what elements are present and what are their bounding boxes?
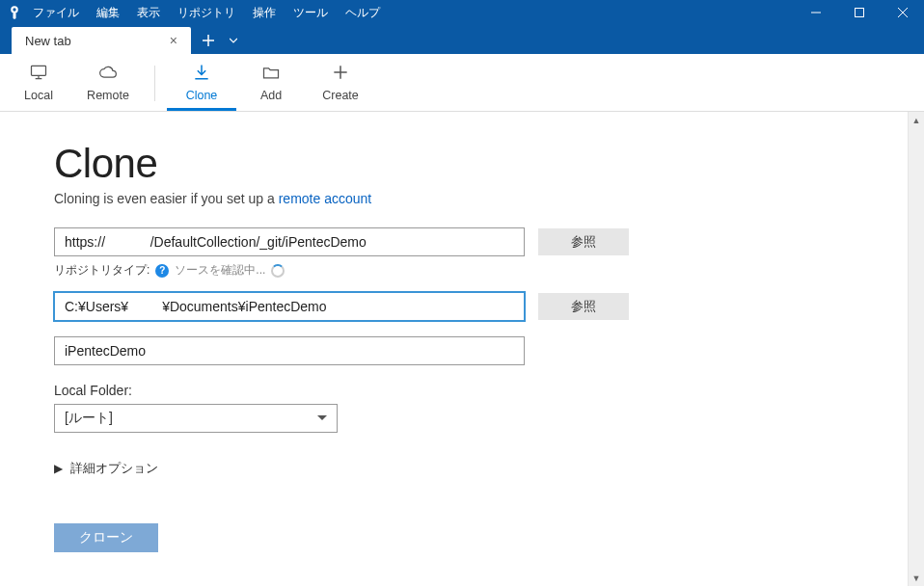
page-title: Clone <box>54 141 854 187</box>
page-tagline: Cloning is even easier if you set up a r… <box>54 191 854 206</box>
tabstrip: New tab × <box>0 25 924 54</box>
cloud-icon <box>98 63 118 85</box>
tagline-text: Cloning is even easier if you set up a <box>54 191 279 206</box>
svg-rect-3 <box>855 9 863 17</box>
browse-destination-button[interactable]: 参照 <box>538 293 629 320</box>
titlebar: ファイル 編集 表示 リポジトリ 操作 ツール ヘルプ <box>0 0 924 25</box>
titlebar-left: ファイル 編集 表示 リポジトリ 操作 ツール ヘルプ <box>6 2 388 24</box>
svg-rect-1 <box>14 13 16 19</box>
toolbar-local-label: Local <box>24 89 53 102</box>
menu-help[interactable]: ヘルプ <box>338 2 388 24</box>
toolbar-remote-button[interactable]: Remote <box>73 56 143 111</box>
window-close-button[interactable] <box>881 0 924 25</box>
tab-add-group <box>195 27 245 54</box>
menu-edit[interactable]: 編集 <box>89 2 127 24</box>
toolbar: Local Remote Clone <box>0 54 924 112</box>
download-icon <box>192 63 211 85</box>
repo-name-row <box>54 336 854 365</box>
toolbar-add-button[interactable]: Add <box>236 56 306 111</box>
help-icon[interactable]: ? <box>155 264 169 278</box>
source-url-row: 参照 <box>54 227 854 256</box>
vertical-scrollbar[interactable]: ▲ ▼ <box>908 112 924 586</box>
clone-button[interactable]: クローン <box>54 523 158 552</box>
toolbar-group-open: Local Remote <box>4 56 143 111</box>
menu-repository[interactable]: リポジトリ <box>170 2 243 24</box>
svg-point-2 <box>13 8 15 11</box>
destination-path-row: 参照 <box>54 292 854 321</box>
window-maximize-button[interactable] <box>837 0 881 25</box>
repo-type-status: リポジトリタイプ: ? ソースを確認中... <box>54 262 854 279</box>
plus-icon <box>331 63 350 85</box>
menu-file[interactable]: ファイル <box>25 2 87 24</box>
toolbar-local-button[interactable]: Local <box>4 56 73 111</box>
advanced-options-label: 詳細オプション <box>70 460 158 477</box>
spinner-icon <box>271 264 285 278</box>
tab-current[interactable]: New tab × <box>12 27 191 54</box>
source-url-input[interactable] <box>54 227 525 256</box>
window-minimize-button[interactable] <box>794 0 837 25</box>
browse-source-button[interactable]: 参照 <box>538 228 629 255</box>
viewport: Clone Cloning is even easier if you set … <box>0 112 924 586</box>
tab-close-icon[interactable]: × <box>166 32 181 49</box>
monitor-icon <box>29 63 48 85</box>
destination-path-input[interactable] <box>54 292 525 321</box>
menu-actions[interactable]: 操作 <box>245 2 284 24</box>
svg-rect-4 <box>32 66 46 75</box>
repo-name-input[interactable] <box>54 336 525 365</box>
tab-add-menu-button[interactable] <box>222 27 245 54</box>
toolbar-create-button[interactable]: Create <box>306 56 375 111</box>
local-folder-select[interactable]: [ルート] <box>54 404 338 433</box>
toolbar-separator <box>154 66 155 101</box>
clone-panel: Clone Cloning is even easier if you set … <box>0 112 908 586</box>
app-icon <box>6 4 23 21</box>
toolbar-add-label: Add <box>260 89 282 102</box>
local-folder-value: [ルート] <box>65 410 113 427</box>
folder-open-icon <box>261 63 281 85</box>
scrollbar-down-icon[interactable]: ▼ <box>909 570 924 586</box>
menu-view[interactable]: 表示 <box>129 2 168 24</box>
window-controls <box>794 0 924 25</box>
menu-tools[interactable]: ツール <box>285 2 336 24</box>
advanced-options-toggle[interactable]: ▶ 詳細オプション <box>54 460 854 477</box>
toolbar-group-new: Clone Add Create <box>167 56 375 111</box>
repo-type-checking-text: ソースを確認中... <box>175 262 265 279</box>
toolbar-clone-label: Clone <box>186 89 218 102</box>
repo-type-label: リポジトリタイプ: <box>54 262 149 279</box>
scrollbar-up-icon[interactable]: ▲ <box>909 112 924 128</box>
local-folder-label: Local Folder: <box>54 383 854 398</box>
toolbar-create-label: Create <box>322 89 359 102</box>
remote-account-link[interactable]: remote account <box>279 191 372 206</box>
toolbar-clone-button[interactable]: Clone <box>167 56 236 111</box>
tab-add-button[interactable] <box>195 27 222 54</box>
chevron-right-icon: ▶ <box>54 462 63 475</box>
toolbar-remote-label: Remote <box>87 89 129 102</box>
tab-label: New tab <box>25 34 71 48</box>
